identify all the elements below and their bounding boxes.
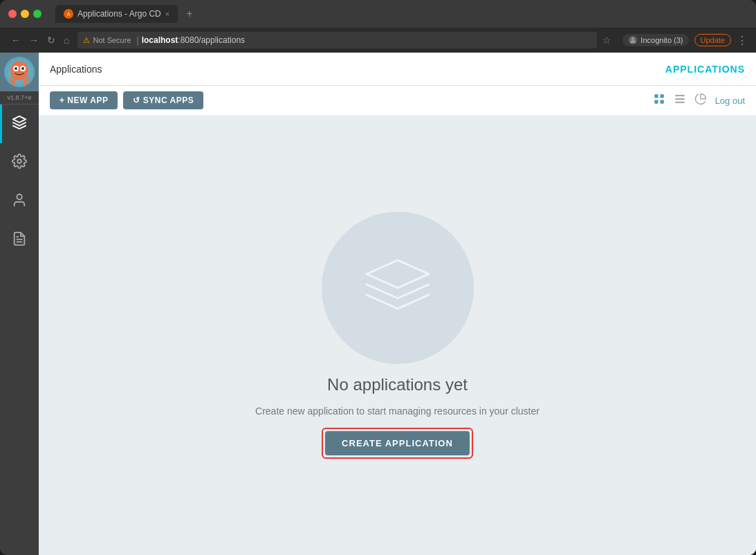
sync-apps-button[interactable]: ↺ SYNC APPS	[123, 91, 203, 109]
docs-icon	[12, 231, 27, 250]
main-header: Applications APPLICATIONS	[39, 53, 756, 86]
grid-view-icon[interactable]	[653, 93, 665, 109]
toolbar: + NEW APP ↺ SYNC APPS	[39, 86, 756, 116]
tab-close-icon[interactable]: ×	[165, 10, 169, 18]
traffic-lights	[8, 10, 42, 18]
empty-illustration	[322, 212, 474, 364]
home-button[interactable]: ⌂	[61, 33, 72, 47]
main-content: Applications APPLICATIONS + NEW APP ↺ SY…	[39, 53, 756, 555]
sidebar-item-docs[interactable]	[0, 221, 39, 260]
version-label: v1.8.7+e	[6, 91, 33, 104]
chart-view-icon[interactable]	[694, 93, 707, 109]
logout-button[interactable]: Log out	[715, 95, 745, 106]
toolbar-right: Log out	[653, 93, 745, 109]
octopus-icon	[6, 58, 33, 86]
incognito-icon	[628, 35, 638, 45]
svg-point-8	[21, 67, 24, 70]
browser-window: A Applications - Argo CD × + ← → ↻ ⌂ ⚠ N…	[0, 0, 756, 555]
address-input[interactable]: ⚠ Not Secure | localhostlocalhost:8080/a…	[77, 32, 597, 48]
argo-logo	[4, 57, 35, 87]
svg-marker-9	[13, 116, 26, 122]
breadcrumb: Applications	[50, 64, 102, 75]
maximize-button[interactable]	[33, 10, 42, 18]
sidebar-item-user[interactable]	[0, 182, 39, 221]
svg-rect-14	[654, 94, 658, 98]
update-button[interactable]: Update	[694, 34, 731, 46]
close-button[interactable]	[8, 10, 17, 18]
sidebar-avatar	[0, 53, 39, 91]
svg-point-10	[17, 159, 21, 163]
kebab-menu-icon[interactable]: ⋮	[737, 34, 748, 47]
title-bar: A Applications - Argo CD × +	[0, 0, 756, 28]
new-tab-button[interactable]: +	[181, 8, 198, 20]
sidebar-item-applications[interactable]	[0, 104, 39, 143]
reload-button[interactable]: ↻	[44, 33, 58, 47]
list-view-icon[interactable]	[674, 93, 686, 109]
svg-point-7	[15, 67, 17, 70]
separator: |	[137, 35, 139, 45]
minimize-button[interactable]	[21, 10, 29, 18]
incognito-label: Incognito (3)	[640, 36, 683, 44]
svg-marker-21	[367, 260, 429, 288]
empty-subtitle: Create new application to start managing…	[255, 406, 540, 417]
active-tab[interactable]: A Applications - Argo CD ×	[55, 5, 178, 23]
tab-favicon: A	[64, 9, 73, 19]
address-bar: ← → ↻ ⌂ ⚠ Not Secure | localhostlocalhos…	[0, 28, 756, 53]
bookmark-icon[interactable]: ☆	[602, 35, 611, 46]
svg-rect-20	[675, 101, 685, 102]
address-domain: localhost	[142, 35, 178, 45]
incognito-badge: Incognito (3)	[623, 34, 688, 46]
svg-rect-18	[675, 95, 685, 96]
security-warning-icon: ⚠	[83, 36, 90, 45]
empty-title: No applications yet	[327, 375, 468, 394]
svg-point-4	[10, 61, 28, 80]
tab-bar: A Applications - Argo CD × +	[55, 5, 748, 23]
settings-icon	[12, 154, 27, 172]
page-title: APPLICATIONS	[665, 64, 745, 75]
sidebar-item-settings[interactable]	[0, 143, 39, 182]
address-url: localhostlocalhost:8080/applications:808…	[142, 35, 245, 45]
back-button[interactable]: ←	[8, 33, 24, 47]
user-icon	[12, 192, 27, 211]
svg-rect-15	[660, 94, 663, 98]
svg-rect-17	[660, 100, 663, 103]
svg-rect-19	[675, 98, 685, 99]
tab-title: Applications - Argo CD	[77, 9, 161, 19]
sidebar: v1.8.7+e	[0, 53, 39, 555]
svg-point-11	[17, 194, 21, 199]
new-app-button[interactable]: + NEW APP	[50, 91, 118, 109]
create-app-button-wrapper: CREATE APPLICATION	[322, 428, 473, 459]
create-application-button[interactable]: CREATE APPLICATION	[325, 431, 470, 455]
svg-point-3	[631, 37, 634, 40]
app-container: v1.8.7+e	[0, 53, 756, 555]
svg-rect-16	[654, 100, 658, 103]
browser-actions: Incognito (3) Update ⋮	[623, 34, 748, 47]
not-secure-label: Not Secure	[93, 36, 131, 44]
svg-text:A: A	[67, 12, 71, 17]
layers-illustration	[356, 253, 439, 322]
toolbar-left: + NEW APP ↺ SYNC APPS	[50, 91, 203, 109]
empty-state: No applications yet Create new applicati…	[39, 116, 756, 555]
nav-buttons: ← → ↻ ⌂	[8, 33, 72, 47]
layers-icon	[12, 115, 27, 134]
forward-button[interactable]: →	[26, 33, 42, 47]
